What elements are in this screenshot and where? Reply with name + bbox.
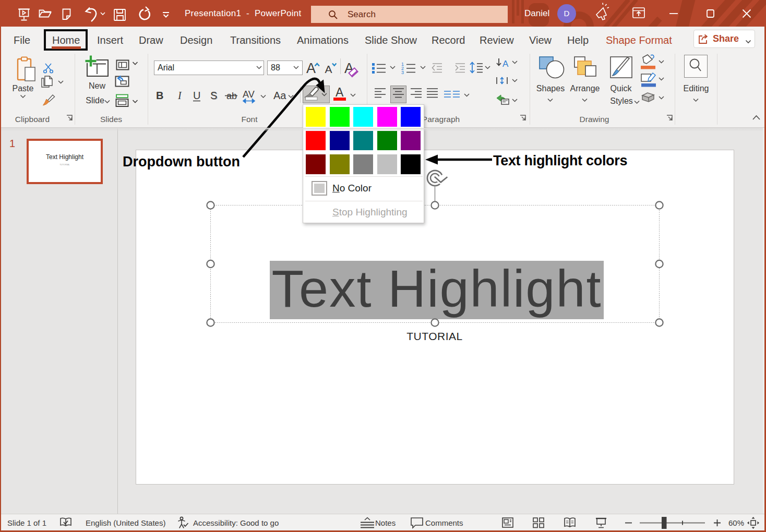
svg-text:A: A [306,61,316,76]
svg-text:A: A [502,59,509,69]
svg-text:B: B [156,90,163,101]
svg-text:3: 3 [401,70,404,75]
svg-text:A: A [336,86,344,99]
svg-text:AV: AV [243,89,255,100]
svg-text:Shapes: Shapes [536,84,565,93]
svg-text:S: S [210,90,217,101]
svg-text:Arial: Arial [158,63,174,72]
svg-text:U: U [193,90,200,101]
svg-text:Slide: Slide [86,96,104,105]
svg-text:Arrange: Arrange [570,84,600,93]
svg-text:I: I [177,90,182,101]
svg-text:Aa: Aa [273,90,286,101]
svg-text:Paste: Paste [13,84,34,93]
svg-text:Quick: Quick [611,84,632,93]
svg-text:Editing: Editing [684,84,709,93]
svg-text:Styles: Styles [610,96,633,105]
svg-text:88: 88 [271,63,280,72]
svg-text:A: A [325,63,332,75]
svg-text:New: New [89,81,105,90]
